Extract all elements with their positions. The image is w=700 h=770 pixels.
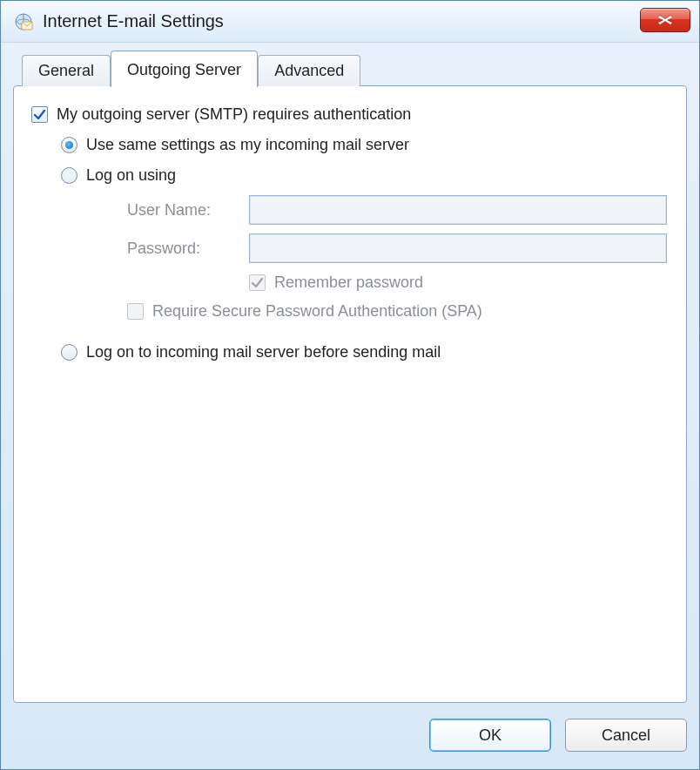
logon-form: User Name: Password: Remember password bbox=[127, 195, 667, 321]
dialog-buttons: OK Cancel bbox=[429, 719, 687, 752]
close-button[interactable] bbox=[640, 8, 690, 32]
label-require-spa: Require Secure Password Authentication (… bbox=[152, 302, 482, 321]
tab-outgoing-server[interactable]: Outgoing Server bbox=[111, 51, 258, 87]
dialog-window: Internet E-mail Settings General Outgoin… bbox=[0, 0, 700, 770]
tab-general[interactable]: General bbox=[22, 55, 111, 86]
row-log-on-using: Log on using bbox=[61, 166, 669, 185]
check-icon bbox=[33, 108, 46, 121]
globe-mail-icon bbox=[13, 11, 34, 32]
input-password[interactable] bbox=[249, 233, 667, 263]
check-icon bbox=[251, 276, 264, 289]
tab-general-label: General bbox=[38, 62, 94, 80]
label-remember-password: Remember password bbox=[274, 274, 423, 292]
label-requires-auth: My outgoing server (SMTP) requires authe… bbox=[57, 105, 411, 124]
tabstrip: General Outgoing Server Advanced bbox=[13, 50, 687, 86]
checkbox-remember-password bbox=[249, 274, 266, 291]
row-use-same: Use same settings as my incoming mail se… bbox=[61, 136, 669, 154]
checkbox-requires-auth[interactable] bbox=[31, 106, 48, 123]
row-log-on-incoming: Log on to incoming mail server before se… bbox=[61, 343, 669, 361]
input-username[interactable] bbox=[249, 195, 667, 225]
titlebar: Internet E-mail Settings bbox=[1, 1, 699, 43]
tab-panel-outgoing: My outgoing server (SMTP) requires authe… bbox=[13, 85, 687, 703]
tab-advanced-label: Advanced bbox=[274, 62, 344, 80]
cancel-button-label: Cancel bbox=[602, 726, 650, 745]
tab-outgoing-label: Outgoing Server bbox=[127, 61, 241, 79]
ok-button-label: OK bbox=[479, 726, 501, 745]
radio-use-same[interactable] bbox=[61, 137, 77, 153]
window-title: Internet E-mail Settings bbox=[43, 11, 224, 31]
label-log-on-using: Log on using bbox=[86, 166, 176, 185]
label-use-same: Use same settings as my incoming mail se… bbox=[86, 136, 409, 154]
radio-log-on-using[interactable] bbox=[61, 167, 77, 184]
checkbox-require-spa bbox=[127, 303, 144, 320]
client-area: General Outgoing Server Advanced My outg… bbox=[13, 50, 687, 757]
close-icon bbox=[656, 15, 674, 25]
row-username: User Name: bbox=[127, 195, 667, 225]
row-password: Password: bbox=[127, 233, 667, 263]
label-log-on-incoming: Log on to incoming mail server before se… bbox=[86, 343, 441, 361]
ok-button[interactable]: OK bbox=[429, 719, 551, 752]
row-requires-auth: My outgoing server (SMTP) requires authe… bbox=[31, 105, 669, 124]
label-password: Password: bbox=[127, 240, 249, 258]
radio-log-on-incoming[interactable] bbox=[61, 344, 77, 361]
row-remember: Remember password bbox=[127, 274, 667, 292]
tab-advanced[interactable]: Advanced bbox=[258, 55, 360, 86]
cancel-button[interactable]: Cancel bbox=[565, 719, 687, 752]
row-spa: Require Secure Password Authentication (… bbox=[127, 302, 667, 321]
label-username: User Name: bbox=[127, 201, 249, 220]
